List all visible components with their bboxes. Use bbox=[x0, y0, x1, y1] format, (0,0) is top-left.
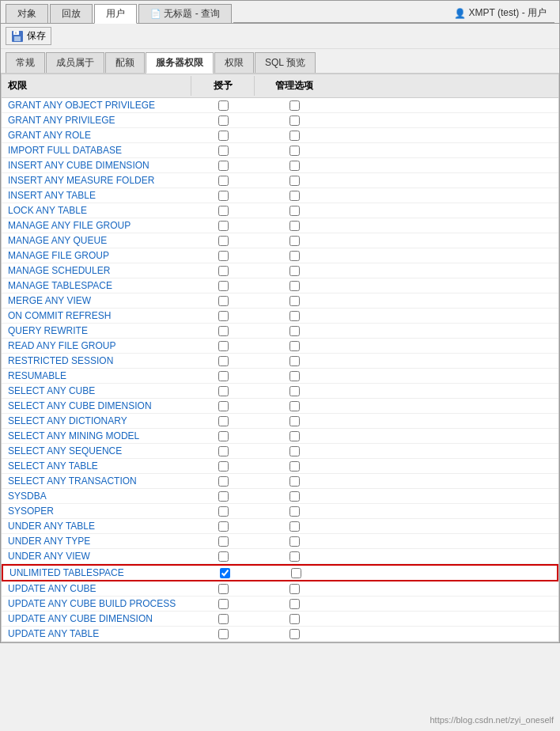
privilege-name[interactable]: QUERY REWRITE bbox=[2, 324, 191, 338]
privilege-name[interactable]: SELECT ANY TABLE bbox=[2, 459, 191, 473]
admin-checkbox[interactable] bbox=[289, 599, 300, 609]
admin-checkbox[interactable] bbox=[289, 431, 300, 441]
privilege-name[interactable]: UNDER ANY VIEW bbox=[2, 549, 191, 563]
privilege-name[interactable]: UPDATE ANY CUBE bbox=[2, 581, 191, 596]
grant-checkbox[interactable] bbox=[218, 100, 229, 111]
admin-checkbox[interactable] bbox=[289, 176, 300, 186]
grant-checkbox[interactable] bbox=[218, 356, 229, 366]
privilege-name[interactable]: READ ANY FILE GROUP bbox=[2, 339, 191, 353]
admin-checkbox[interactable] bbox=[289, 191, 300, 201]
grant-checkbox[interactable] bbox=[220, 568, 230, 578]
admin-checkbox[interactable] bbox=[289, 401, 300, 411]
grant-checkbox[interactable] bbox=[218, 236, 229, 246]
admin-checkbox[interactable] bbox=[289, 326, 300, 336]
admin-checkbox[interactable] bbox=[289, 476, 300, 487]
privilege-name[interactable]: UPDATE ANY CUBE BUILD PROCESS bbox=[2, 597, 191, 611]
grant-checkbox[interactable] bbox=[218, 161, 229, 171]
save-button[interactable]: 保存 bbox=[6, 27, 51, 45]
tab-object[interactable]: 对象 bbox=[6, 4, 48, 23]
grant-checkbox[interactable] bbox=[218, 491, 229, 502]
admin-checkbox[interactable] bbox=[289, 356, 300, 366]
grant-checkbox[interactable] bbox=[218, 131, 229, 141]
admin-checkbox[interactable] bbox=[289, 521, 300, 532]
privilege-name[interactable]: INSERT ANY TABLE bbox=[2, 188, 191, 203]
admin-checkbox[interactable] bbox=[289, 296, 300, 306]
tab-replay[interactable]: 回放 bbox=[50, 4, 93, 23]
admin-checkbox[interactable] bbox=[289, 251, 300, 261]
privilege-name[interactable]: UNDER ANY TABLE bbox=[2, 519, 191, 533]
admin-checkbox[interactable] bbox=[289, 629, 300, 639]
privilege-name[interactable]: MANAGE ANY FILE GROUP bbox=[2, 218, 191, 233]
grant-checkbox[interactable] bbox=[218, 461, 229, 472]
grant-checkbox[interactable] bbox=[218, 416, 229, 426]
admin-checkbox[interactable] bbox=[289, 536, 300, 547]
admin-checkbox[interactable] bbox=[289, 461, 300, 472]
admin-checkbox[interactable] bbox=[289, 311, 300, 321]
privilege-name[interactable]: IMPORT FULL DATABASE bbox=[2, 143, 191, 157]
grant-checkbox[interactable] bbox=[218, 191, 229, 201]
privilege-name[interactable]: GRANT ANY OBJECT PRIVILEGE bbox=[2, 98, 191, 112]
privilege-name[interactable]: UNLIMITED TABLESPACE bbox=[3, 566, 193, 580]
admin-checkbox[interactable] bbox=[289, 100, 300, 111]
tab-sql-preview[interactable]: SQL 预览 bbox=[255, 52, 316, 73]
privilege-name[interactable]: RESUMABLE bbox=[2, 369, 191, 383]
admin-checkbox[interactable] bbox=[289, 236, 300, 246]
admin-checkbox[interactable] bbox=[289, 614, 300, 624]
grant-checkbox[interactable] bbox=[218, 116, 229, 126]
grant-checkbox[interactable] bbox=[218, 221, 229, 231]
privilege-name[interactable]: UPDATE ANY CUBE DIMENSION bbox=[2, 612, 191, 626]
privilege-name[interactable]: LOCK ANY TABLE bbox=[2, 203, 191, 218]
admin-checkbox[interactable] bbox=[291, 568, 301, 578]
privilege-name[interactable]: ON COMMIT REFRESH bbox=[2, 309, 191, 323]
privilege-name[interactable]: MANAGE TABLESPACE bbox=[2, 278, 191, 293]
grant-checkbox[interactable] bbox=[218, 521, 229, 532]
privilege-name[interactable]: INSERT ANY MEASURE FOLDER bbox=[2, 173, 191, 187]
tab-query[interactable]: 📄 无标题 - 查询 bbox=[138, 4, 232, 23]
privilege-name[interactable]: MERGE ANY VIEW bbox=[2, 294, 191, 308]
privilege-name[interactable]: SELECT ANY TRANSACTION bbox=[2, 474, 191, 488]
privilege-name[interactable]: RESTRICTED SESSION bbox=[2, 354, 191, 368]
tab-general[interactable]: 常规 bbox=[6, 52, 45, 73]
admin-checkbox[interactable] bbox=[289, 281, 300, 291]
privilege-name[interactable]: SYSDBA bbox=[2, 489, 191, 503]
admin-checkbox[interactable] bbox=[289, 416, 300, 426]
admin-checkbox[interactable] bbox=[289, 491, 300, 502]
grant-checkbox[interactable] bbox=[218, 476, 229, 487]
privilege-name[interactable]: UPDATE ANY TABLE bbox=[2, 627, 191, 641]
grant-checkbox[interactable] bbox=[218, 341, 229, 351]
tab-member[interactable]: 成员属于 bbox=[46, 52, 104, 73]
grant-checkbox[interactable] bbox=[218, 614, 229, 624]
grant-checkbox[interactable] bbox=[218, 281, 229, 291]
privilege-name[interactable]: MANAGE SCHEDULER bbox=[2, 263, 191, 278]
grant-checkbox[interactable] bbox=[218, 536, 229, 547]
grant-checkbox[interactable] bbox=[218, 584, 229, 594]
grant-checkbox[interactable] bbox=[218, 446, 229, 456]
grant-checkbox[interactable] bbox=[218, 401, 229, 411]
admin-checkbox[interactable] bbox=[289, 131, 300, 141]
privilege-name[interactable]: INSERT ANY CUBE DIMENSION bbox=[2, 158, 191, 172]
privilege-name[interactable]: SELECT ANY SEQUENCE bbox=[2, 444, 191, 458]
grant-checkbox[interactable] bbox=[218, 296, 229, 306]
grant-checkbox[interactable] bbox=[218, 266, 229, 276]
privilege-name[interactable]: SELECT ANY CUBE bbox=[2, 384, 191, 398]
admin-checkbox[interactable] bbox=[289, 386, 300, 396]
tab-user[interactable]: 用户 bbox=[94, 4, 137, 24]
grant-checkbox[interactable] bbox=[218, 176, 229, 186]
admin-checkbox[interactable] bbox=[289, 146, 300, 156]
privilege-name[interactable]: GRANT ANY PRIVILEGE bbox=[2, 113, 191, 127]
admin-checkbox[interactable] bbox=[289, 584, 300, 594]
privilege-name[interactable]: UNDER ANY TYPE bbox=[2, 534, 191, 548]
admin-checkbox[interactable] bbox=[289, 551, 300, 562]
privilege-name[interactable]: MANAGE ANY QUEUE bbox=[2, 233, 191, 248]
grant-checkbox[interactable] bbox=[218, 386, 229, 396]
tab-server-priv[interactable]: 服务器权限 bbox=[146, 52, 214, 74]
grant-checkbox[interactable] bbox=[218, 629, 229, 639]
privilege-name[interactable]: SELECT ANY MINING MODEL bbox=[2, 429, 191, 443]
grant-checkbox[interactable] bbox=[218, 311, 229, 321]
admin-checkbox[interactable] bbox=[289, 266, 300, 276]
admin-checkbox[interactable] bbox=[289, 371, 300, 381]
admin-checkbox[interactable] bbox=[289, 506, 300, 517]
grant-checkbox[interactable] bbox=[218, 251, 229, 261]
admin-checkbox[interactable] bbox=[289, 446, 300, 456]
privilege-name[interactable]: MANAGE FILE GROUP bbox=[2, 248, 191, 263]
